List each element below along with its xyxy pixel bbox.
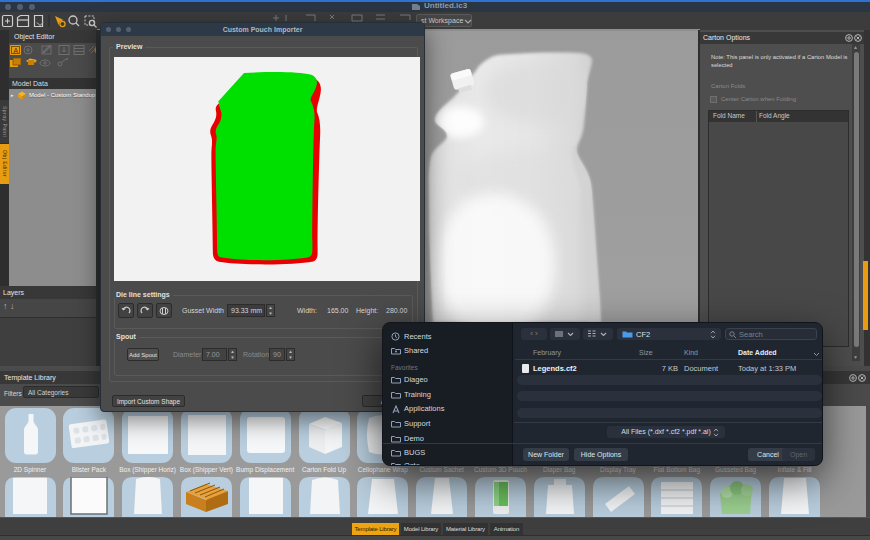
svg-text:A: A [13, 47, 18, 54]
